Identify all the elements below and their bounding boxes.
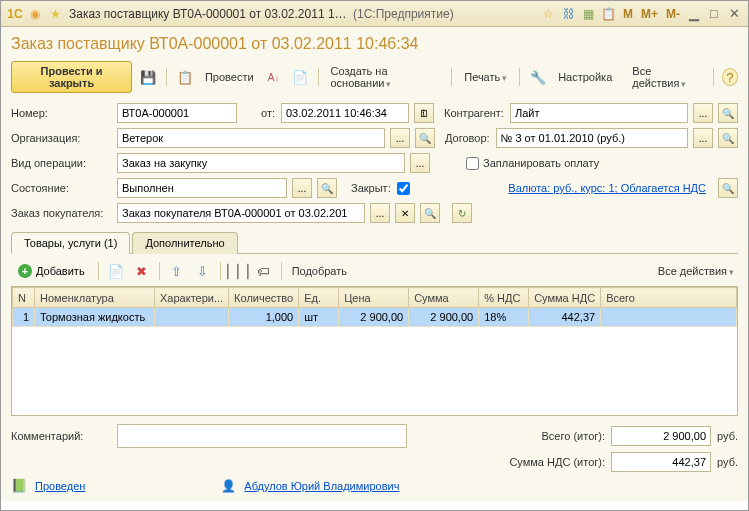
add-row-button[interactable]: + Добавить — [11, 261, 92, 281]
state-select-button[interactable]: ... — [292, 178, 312, 198]
move-up-icon[interactable]: ⇧ — [166, 260, 188, 282]
org-open-button[interactable]: 🔍 — [415, 128, 435, 148]
tab-goods[interactable]: Товары, услуги (1) — [11, 232, 130, 254]
minimize-button[interactable]: ▁ — [684, 6, 704, 22]
table-row[interactable]: 1 Тормозная жидкость 1,000 шт 2 900,00 2… — [13, 308, 737, 327]
state-open-button[interactable]: 🔍 — [317, 178, 337, 198]
total-value — [611, 426, 711, 446]
goods-table: N Номенклатура Характери... Количество Е… — [12, 287, 737, 327]
copy-row-icon[interactable]: 📄 — [105, 260, 127, 282]
buyer-order-label: Заказ покупателя: — [11, 207, 111, 219]
tag-icon[interactable]: 🏷 — [253, 260, 275, 282]
closed-label: Закрыт: — [351, 182, 391, 194]
nav-back-icon[interactable]: ◉ — [27, 6, 43, 22]
plus-icon: + — [18, 264, 32, 278]
help-icon[interactable]: ? — [722, 68, 738, 86]
closed-checkbox[interactable] — [397, 182, 410, 195]
contract-open-button[interactable]: 🔍 — [718, 128, 738, 148]
buyer-order-clear-button[interactable]: ✕ — [395, 203, 415, 223]
op-type-select-button[interactable]: ... — [410, 153, 430, 173]
col-vat-pct[interactable]: % НДС — [479, 288, 529, 308]
buyer-order-input[interactable] — [117, 203, 365, 223]
all-actions-button[interactable]: Все действия▾ — [628, 63, 704, 91]
pick-button[interactable]: Подобрать — [288, 263, 351, 279]
post-icon[interactable]: 📋 — [175, 66, 195, 88]
posted-status[interactable]: Проведен — [35, 480, 85, 492]
col-price[interactable]: Цена — [339, 288, 409, 308]
vat-total-label: Сумма НДС (итог): — [505, 456, 605, 468]
settings-button[interactable]: Настройка — [554, 69, 616, 85]
org-select-button[interactable]: ... — [390, 128, 410, 148]
state-label: Состояние: — [11, 182, 111, 194]
rub-label-1: руб. — [717, 430, 738, 442]
print-button[interactable]: Печать▾ — [460, 69, 511, 85]
favorite-icon[interactable]: ★ — [47, 6, 63, 22]
rub-label-2: руб. — [717, 456, 738, 468]
op-type-input[interactable] — [117, 153, 405, 173]
save-icon[interactable]: 💾 — [138, 66, 158, 88]
contractor-input[interactable] — [510, 103, 688, 123]
post-and-close-button[interactable]: Провести и закрыть — [11, 61, 132, 93]
titlebar: 1C ◉ ★ Заказ поставщику ВТ0А-000001 от 0… — [1, 1, 748, 27]
star-icon[interactable]: ☆ — [541, 6, 557, 22]
user-icon: 👤 — [221, 479, 236, 493]
number-label: Номер: — [11, 107, 111, 119]
col-n[interactable]: N — [13, 288, 35, 308]
total-label: Всего (итог): — [505, 430, 605, 442]
form: Номер: от: 🗓 Контрагент: ... 🔍 Организац… — [11, 103, 738, 223]
date-input[interactable] — [281, 103, 409, 123]
window-title: Заказ поставщику ВТ0А-000001 от 03.02.20… — [69, 7, 349, 21]
barcode-icon[interactable]: ⎪⎪⎪ — [227, 260, 249, 282]
tab-all-actions-button[interactable]: Все действия▾ — [654, 263, 738, 279]
settings-icon: 🔧 — [528, 66, 548, 88]
contract-label: Договор: — [445, 132, 490, 144]
mem-m-button[interactable]: M — [623, 7, 633, 21]
col-qty[interactable]: Количество — [229, 288, 299, 308]
close-button[interactable]: ✕ — [724, 6, 744, 22]
buyer-order-fill-button[interactable]: ↻ — [452, 203, 472, 223]
link-icon[interactable]: ⛓ — [561, 6, 577, 22]
plan-payment-checkbox[interactable] — [466, 157, 479, 170]
buyer-order-open-button[interactable]: 🔍 — [420, 203, 440, 223]
tab-extra[interactable]: Дополнительно — [132, 232, 237, 254]
contract-select-button[interactable]: ... — [693, 128, 713, 148]
page-title: Заказ поставщику ВТ0А-000001 от 03.02.20… — [11, 35, 738, 53]
mem-mplus-button[interactable]: M+ — [641, 7, 658, 21]
create-based-button[interactable]: Создать на основании▾ — [326, 63, 443, 91]
col-unit[interactable]: Ед. — [299, 288, 339, 308]
state-input[interactable] — [117, 178, 287, 198]
move-down-icon[interactable]: ⇩ — [192, 260, 214, 282]
footer-comment-row: Комментарий: Всего (итог): руб. — [11, 424, 738, 448]
from-label: от: — [243, 107, 275, 119]
col-total[interactable]: Всего — [601, 288, 737, 308]
contractor-open-button[interactable]: 🔍 — [718, 103, 738, 123]
calc-icon[interactable]: ▦ — [581, 6, 597, 22]
col-vat-sum[interactable]: Сумма НДС — [529, 288, 601, 308]
contract-input[interactable] — [496, 128, 688, 148]
currency-info-link[interactable]: Валюта: руб., курс: 1; Облагается НДС — [508, 182, 706, 194]
col-sum[interactable]: Сумма — [409, 288, 479, 308]
sort-icon[interactable]: A↓ — [264, 66, 284, 88]
maximize-button[interactable]: □ — [704, 6, 724, 22]
calendar-icon[interactable]: 📋 — [601, 6, 617, 22]
contractor-select-button[interactable]: ... — [693, 103, 713, 123]
comment-input[interactable] — [117, 424, 407, 448]
org-input[interactable] — [117, 128, 385, 148]
col-char[interactable]: Характери... — [155, 288, 229, 308]
delete-row-icon[interactable]: ✖ — [131, 260, 153, 282]
vat-total-value — [611, 452, 711, 472]
col-nomen[interactable]: Номенклатура — [35, 288, 155, 308]
posted-icon: 📗 — [11, 478, 27, 493]
number-input[interactable] — [117, 103, 237, 123]
buyer-order-select-button[interactable]: ... — [370, 203, 390, 223]
doc-icon[interactable]: 📄 — [290, 66, 310, 88]
currency-open-button[interactable]: 🔍 — [718, 178, 738, 198]
footer-vat-row: Сумма НДС (итог): руб. — [11, 452, 738, 472]
user-link[interactable]: Абдулов Юрий Владимирович — [244, 480, 399, 492]
mem-mminus-button[interactable]: M- — [666, 7, 680, 21]
op-type-label: Вид операции: — [11, 157, 111, 169]
post-button[interactable]: Провести — [201, 69, 258, 85]
contractor-label: Контрагент: — [444, 107, 504, 119]
date-picker-button[interactable]: 🗓 — [414, 103, 434, 123]
goods-table-wrap[interactable]: N Номенклатура Характери... Количество Е… — [11, 286, 738, 416]
